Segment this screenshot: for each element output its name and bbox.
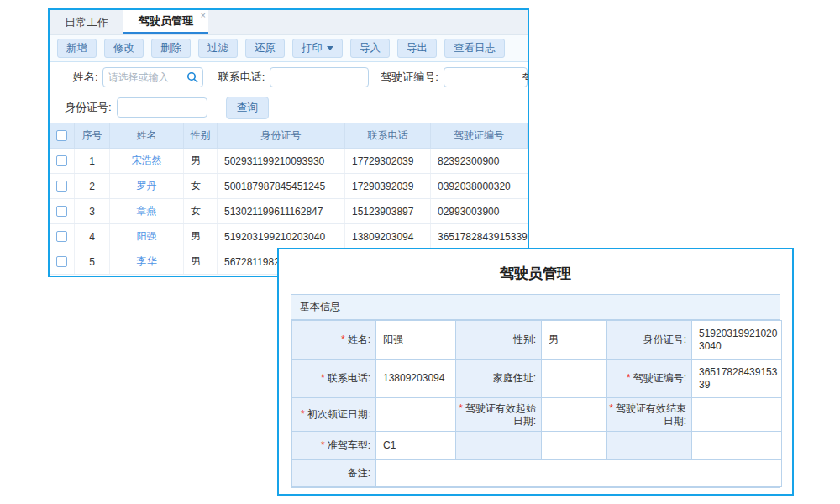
vehicle-type-field-label: *准驾车型: <box>292 432 376 460</box>
cell-gender: 男 <box>184 249 218 274</box>
phone-field-value[interactable]: 13809203094 <box>376 360 456 398</box>
name-search-label: 姓名: <box>73 70 98 85</box>
vehicle-type-field-value[interactable]: C1 <box>376 432 456 460</box>
view-log-button[interactable]: 查看日志 <box>444 39 505 58</box>
table-row: 2 罗丹 女 500187987845451245 17290392039 03… <box>50 174 528 199</box>
remark-field-label: 备注: <box>292 460 376 487</box>
driver-name-link[interactable]: 章燕 <box>137 204 157 218</box>
print-button[interactable]: 打印 <box>292 39 343 58</box>
col-phone: 联系电话 <box>345 123 431 148</box>
required-marker: * <box>459 402 463 414</box>
empty-value-cell <box>542 432 607 460</box>
import-button[interactable]: 导入 <box>350 39 390 58</box>
caret-down-icon <box>327 46 333 50</box>
cell-id-number: 519203199210203040 <box>218 224 345 249</box>
restore-button[interactable]: 还原 <box>245 39 285 58</box>
valid-end-field-value[interactable] <box>692 398 782 432</box>
cell-seq: 1 <box>75 149 110 173</box>
cell-license: 0392038000320 <box>431 174 528 198</box>
driver-name-link[interactable]: 罗丹 <box>137 179 157 193</box>
first-issue-date-field-value[interactable] <box>376 398 456 432</box>
add-button[interactable]: 新增 <box>57 39 97 58</box>
cell-phone: 13809203094 <box>345 224 431 249</box>
required-marker: * <box>627 372 631 384</box>
toolbar: 新增 修改 删除 过滤 还原 打印 导入 导出 查看日志 <box>50 35 528 62</box>
edit-button[interactable]: 修改 <box>104 39 144 58</box>
license-field-value[interactable]: 3651782843915339 <box>692 360 782 398</box>
filter-button[interactable]: 过滤 <box>198 39 238 58</box>
tab-driver-management[interactable]: 驾驶员管理 × <box>123 10 208 34</box>
close-icon[interactable]: × <box>201 11 206 20</box>
col-name: 姓名 <box>110 123 184 148</box>
cell-license: 02993003900 <box>431 199 528 223</box>
cell-gender: 男 <box>184 149 218 173</box>
cell-seq: 3 <box>75 199 110 223</box>
empty-label-cell <box>607 432 692 460</box>
valid-end-field-label: *驾驶证有效结束日期: <box>607 398 692 432</box>
required-marker: * <box>301 408 305 420</box>
driver-name-link[interactable]: 李华 <box>137 255 157 269</box>
row-checkbox[interactable] <box>56 181 67 192</box>
gender-field-value[interactable]: 男 <box>542 321 607 360</box>
remark-field-value[interactable] <box>376 460 782 487</box>
required-marker: * <box>609 402 613 414</box>
search-row-2: 身份证号: 查询 <box>50 92 528 123</box>
required-marker: * <box>321 372 325 384</box>
basic-info-box: 基本信息 *姓名: 阳强 性别: 男 身份证号: 519203199210203… <box>291 294 780 488</box>
required-marker: * <box>341 333 345 345</box>
idnumber-search-label: 身份证号: <box>65 100 112 115</box>
cell-license: 82392300900 <box>431 149 528 173</box>
row-checkbox[interactable] <box>56 155 67 166</box>
table-row: 4 阳强 男 519203199210203040 13809203094 36… <box>50 224 528 249</box>
name-field-label: *姓名: <box>292 321 376 360</box>
cell-seq: 4 <box>75 224 110 249</box>
license-search-input[interactable] <box>444 67 528 87</box>
cell-seq: 2 <box>75 174 110 198</box>
search-row-1: 姓名: 联系电话: 驾驶证编号: 驾 <box>50 62 528 92</box>
cell-seq: 5 <box>75 249 110 274</box>
tab-driver-management-label: 驾驶员管理 <box>139 13 193 29</box>
tab-daily-work[interactable]: 日常工作 <box>50 10 123 34</box>
cell-gender: 女 <box>184 199 218 223</box>
select-all-checkbox[interactable] <box>56 130 67 141</box>
cell-phone: 17290392039 <box>345 174 431 198</box>
delete-button[interactable]: 删除 <box>151 39 191 58</box>
tab-bar: 日常工作 驾驶员管理 × <box>50 10 528 35</box>
valid-start-field-label: *驾驶证有效起始日期: <box>456 398 542 432</box>
search-area: 姓名: 联系电话: 驾驶证编号: 驾 身份证号: 查询 <box>50 62 528 123</box>
row-checkbox[interactable] <box>56 231 67 242</box>
col-license: 驾驶证编号 <box>431 123 528 148</box>
row-checkbox[interactable] <box>56 256 67 267</box>
clipped-search-label: 驾 <box>522 71 529 86</box>
col-id-number: 身份证号 <box>218 123 345 148</box>
row-checkbox[interactable] <box>56 206 67 217</box>
cell-id-number: 513021199611162847 <box>218 199 345 223</box>
driver-detail-window: 驾驶员管理 基本信息 *姓名: 阳强 性别: 男 身份证号: 5 <box>277 248 794 496</box>
phone-search-label: 联系电话: <box>218 70 265 85</box>
empty-label-cell <box>456 432 542 460</box>
name-field-value[interactable]: 阳强 <box>376 321 456 360</box>
address-field-label: 家庭住址: <box>456 360 542 398</box>
basic-info-section-title: 基本信息 <box>291 295 780 320</box>
phone-search-input[interactable] <box>270 67 369 87</box>
address-field-value[interactable] <box>542 360 607 398</box>
search-icon[interactable] <box>186 71 198 83</box>
query-button[interactable]: 查询 <box>226 97 269 119</box>
driver-name-link[interactable]: 阳强 <box>137 229 157 244</box>
cell-license: 3651782843915339 <box>431 224 528 249</box>
col-gender: 性别 <box>184 123 218 148</box>
empty-value-cell <box>692 432 782 460</box>
cell-gender: 女 <box>184 174 218 198</box>
idnumber-search-input[interactable] <box>117 97 207 118</box>
valid-start-field-value[interactable] <box>542 398 607 432</box>
export-button[interactable]: 导出 <box>397 39 437 58</box>
license-search-label: 驾驶证编号: <box>381 70 438 85</box>
desktop: 日常工作 驾驶员管理 × 新增 修改 删除 过滤 还原 打印 导入 导出 查看日… <box>0 0 840 504</box>
idnumber-field-value[interactable]: 519203199210203040 <box>692 321 782 360</box>
print-button-label: 打印 <box>302 42 323 55</box>
cell-id-number: 502931199210093930 <box>218 149 345 173</box>
idnumber-field-label: 身份证号: <box>607 321 692 360</box>
driver-name-link[interactable]: 宋浩然 <box>132 154 162 168</box>
cell-id-number: 500187987845451245 <box>218 174 345 198</box>
required-marker: * <box>321 439 325 451</box>
